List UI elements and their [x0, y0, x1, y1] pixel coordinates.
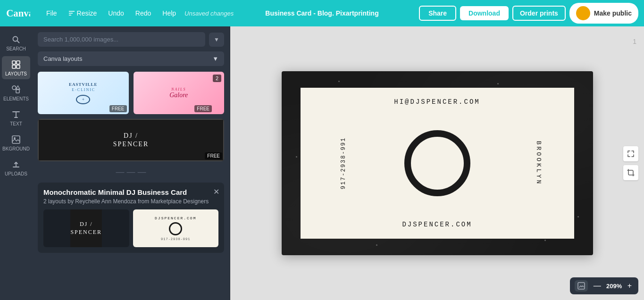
unsaved-label: Unsaved changes [184, 10, 234, 17]
svg-rect-8 [12, 136, 20, 143]
share-button[interactable]: Share [419, 6, 456, 21]
sidebar-item-text[interactable]: TEXT [2, 106, 30, 129]
fullscreen-button[interactable] [623, 146, 638, 161]
sidebar-item-background[interactable]: BKGROUND [2, 131, 30, 154]
menu-undo[interactable]: Undo [103, 7, 128, 20]
topbar: Canva File Resize Undo Redo Help Unsaved… [0, 0, 644, 26]
num-badge-2: 2 [213, 75, 221, 82]
card-circle [404, 130, 470, 196]
menu-resize[interactable]: Resize [64, 7, 102, 20]
menu-help[interactable]: Help [158, 7, 181, 20]
info-panel-subtitle: 2 layouts by Reychelle Ann Mendoza from … [43, 198, 218, 205]
zoom-plus-button[interactable]: + [626, 282, 634, 290]
business-card-outer[interactable]: HI@DJSPENCER.COM 917-2938-991 BROOKLYN D… [282, 71, 593, 255]
make-public-button[interactable]: Make public [569, 3, 638, 24]
free-badge-2: FREE [194, 105, 212, 112]
small-cards-grid: DJ / SPENCER DJSPENCER.COM 917-2938-991 [43, 209, 218, 247]
card-email: HI@DJSPENCER.COM [394, 98, 480, 106]
sidebar-item-uploads[interactable]: UPLOADS [2, 156, 30, 179]
small-card-1[interactable]: DJ / SPENCER [43, 209, 129, 247]
avatar [576, 6, 590, 20]
right-toolbar [623, 146, 638, 180]
sidebar-item-elements-label: ELEMENTS [3, 96, 29, 101]
panel-sidebar: ▼ Canva layouts ▼ EASTVILLE E - C L I N … [32, 26, 230, 300]
small-card-2[interactable]: DJSPENCER.COM 917-2938-991 [133, 209, 219, 247]
icon-sidebar: SEARCH LAYOUTS ELEMENTS TEXT BKGROUND UP… [0, 26, 32, 300]
info-panel: ✕ Monochromatic Minimal DJ Business Card… [38, 183, 224, 253]
svg-rect-4 [12, 65, 16, 68]
sidebar-item-search-label: SEARCH [6, 46, 26, 51]
sidebar-item-layouts-label: LAYOUTS [5, 71, 27, 76]
layout-grid: EASTVILLE E - C L I N I C + FREE Nails G… [38, 72, 224, 161]
svg-rect-10 [578, 283, 585, 289]
download-button[interactable]: Download [460, 6, 509, 20]
layout-dropdown-label: Canva layouts [43, 55, 82, 62]
free-badge-1: FREE [109, 105, 127, 112]
menu-file[interactable]: File [42, 7, 62, 20]
sidebar-item-layouts[interactable]: LAYOUTS [2, 56, 30, 79]
layout-card-eastville[interactable]: EASTVILLE E - C L I N I C + FREE [38, 72, 129, 114]
main-layout: SEARCH LAYOUTS ELEMENTS TEXT BKGROUND UP… [0, 26, 644, 300]
sidebar-item-background-label: BKGROUND [2, 146, 30, 151]
svg-text:Canva: Canva [6, 8, 30, 18]
svg-rect-3 [17, 61, 20, 64]
crop-button[interactable] [623, 165, 638, 180]
document-title: Business Card - Blog. Pixartprinting [265, 9, 378, 17]
sidebar-item-elements[interactable]: ELEMENTS [2, 81, 30, 104]
zoom-icon [575, 280, 588, 292]
top-menu: File Resize Undo Redo Help [42, 7, 181, 20]
canva-logo[interactable]: Canva [6, 6, 34, 20]
info-panel-close[interactable]: ✕ [213, 187, 219, 196]
search-row: ▼ [38, 32, 224, 47]
card-brooklyn: BROOKLYN [535, 141, 542, 185]
layout-card-nails[interactable]: Nails Galore 2 FREE [134, 72, 225, 114]
section-separator: — — — [38, 167, 224, 177]
zoom-minus-button[interactable]: — [592, 282, 603, 290]
layout-card-dj[interactable]: DJ / SPENCER FREE [38, 119, 224, 161]
canvas-area[interactable]: 1 HI@DJSPENCER.COM 917-2938-991 BROOKLYN… [230, 26, 644, 300]
card-phone: 917-2938-991 [340, 137, 347, 189]
order-prints-button[interactable]: Order prints [512, 6, 566, 21]
info-panel-title: Monochromatic Minimal DJ Business Card [43, 188, 218, 196]
zoom-level: 209% [605, 283, 624, 290]
menu-redo[interactable]: Redo [131, 7, 156, 20]
layout-dropdown[interactable]: Canva layouts ▼ [38, 51, 224, 66]
sidebar-item-search[interactable]: SEARCH [2, 31, 30, 54]
sidebar-item-text-label: TEXT [10, 121, 22, 126]
svg-rect-5 [17, 65, 20, 68]
search-input[interactable] [38, 32, 205, 47]
svg-point-6 [12, 86, 16, 90]
free-badge-3: FREE [205, 152, 222, 159]
sidebar-item-uploads-label: UPLOADS [5, 171, 27, 176]
chevron-down-icon: ▼ [212, 55, 218, 62]
svg-rect-7 [16, 90, 19, 93]
search-dropdown-button[interactable]: ▼ [209, 33, 224, 47]
svg-point-1 [13, 37, 18, 42]
svg-rect-2 [12, 61, 16, 64]
top-right-actions: Share Download Order prints Make public [419, 3, 638, 24]
page-number: 1 [633, 38, 636, 45]
zoom-bar: — 209% + [570, 277, 638, 294]
business-card-inner: HI@DJSPENCER.COM 917-2938-991 BROOKLYN D… [301, 88, 574, 239]
card-website: DJSPENCER.COM [402, 221, 472, 228]
